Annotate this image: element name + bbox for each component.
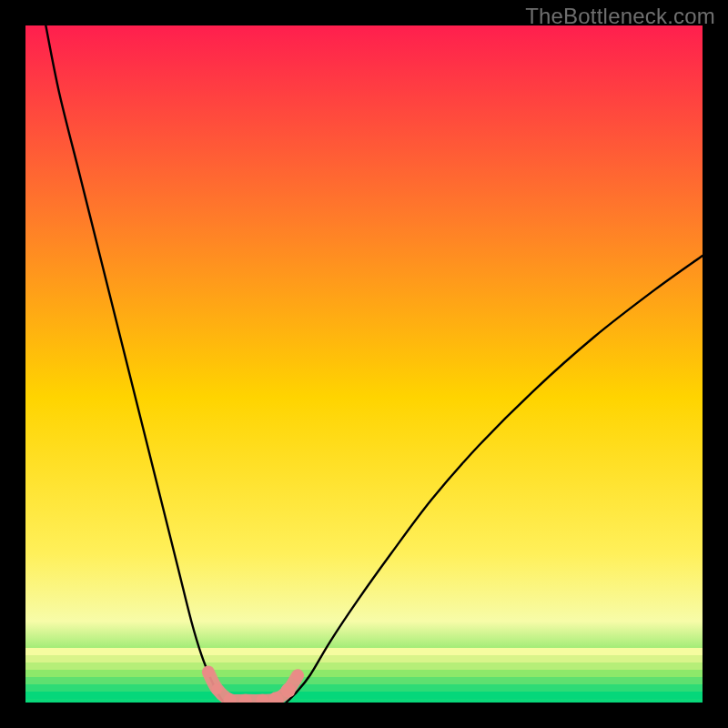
plot-area xyxy=(25,25,703,703)
color-band xyxy=(25,662,703,670)
color-band xyxy=(25,648,703,655)
color-band xyxy=(25,655,703,662)
valley-marker xyxy=(292,670,303,681)
chart-svg xyxy=(25,25,703,703)
valley-marker xyxy=(281,683,296,698)
color-band xyxy=(25,684,703,692)
watermark-text: TheBottleneck.com xyxy=(525,4,715,29)
valley-marker xyxy=(203,667,214,678)
color-band xyxy=(25,677,703,684)
chart-frame: TheBottleneck.com xyxy=(0,0,728,728)
valley-marker xyxy=(212,683,223,694)
color-band xyxy=(25,692,703,699)
bottom-bands xyxy=(25,648,703,699)
color-band xyxy=(25,670,703,677)
